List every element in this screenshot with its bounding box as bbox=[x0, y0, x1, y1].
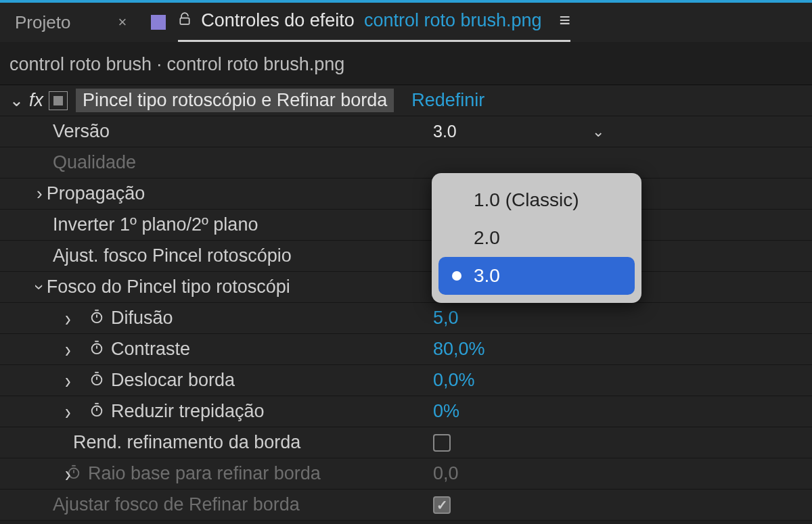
row-difusao: Difusão 5,0 bbox=[0, 303, 812, 334]
ajustar-checkbox bbox=[433, 496, 451, 514]
row-raio: Raio base para refinar borda 0,0 bbox=[0, 458, 812, 490]
raio-label: Raio base para refinar borda bbox=[66, 463, 442, 484]
tab-projeto-label: Projeto bbox=[15, 12, 70, 33]
row-contraste: Contraste 80,0% bbox=[0, 334, 812, 365]
row-fosco-group[interactable]: › Fosco do Pincel tipo rotoscópi bbox=[0, 272, 812, 303]
row-qualidade: Qualidade bbox=[0, 147, 812, 178]
tab-title-prefix: Controles do efeito bbox=[201, 10, 355, 31]
ajustar-label: Ajustar fosco de Refinar borda bbox=[53, 494, 428, 515]
row-versao: Versão 3.0 ⌄ bbox=[0, 116, 812, 147]
stopwatch-icon[interactable] bbox=[89, 339, 104, 360]
rend-label: Rend. refinamento da borda bbox=[73, 432, 428, 453]
chevron-right-icon: › bbox=[37, 183, 43, 204]
reduzir-text: Reduzir trepidação bbox=[111, 401, 265, 422]
versao-current-value: 3.0 bbox=[433, 122, 457, 141]
versao-option-2[interactable]: 3.0 bbox=[438, 257, 635, 295]
raio-text: Raio base para refinar borda bbox=[88, 463, 321, 484]
contraste-label: Contraste bbox=[89, 339, 465, 360]
versao-dropdown-popup: 1.0 (Classic) 2.0 3.0 bbox=[432, 173, 641, 303]
deslocar-value[interactable]: 0,0% bbox=[433, 370, 475, 391]
panel-menu-icon[interactable]: ≡ bbox=[560, 9, 570, 31]
effect-header: ⌄ fx Pincel tipo rotoscópio e Refinar bo… bbox=[0, 85, 812, 116]
versao-label: Versão bbox=[53, 121, 428, 142]
stopwatch-icon[interactable] bbox=[89, 370, 104, 391]
fosco-group-label: Fosco do Pincel tipo rotoscópi bbox=[47, 277, 290, 297]
fx-badge[interactable]: fx bbox=[29, 90, 43, 111]
versao-option-1[interactable]: 2.0 bbox=[438, 219, 635, 257]
row-rend: Rend. refinamento da borda bbox=[0, 427, 812, 458]
deslocar-text: Deslocar borda bbox=[111, 370, 235, 391]
chevron-down-icon: ⌄ bbox=[592, 123, 604, 141]
raio-value: 0,0 bbox=[433, 463, 459, 484]
reduzir-label: Reduzir trepidação bbox=[89, 401, 465, 422]
breadcrumb: control roto brush · control roto brush.… bbox=[0, 42, 812, 85]
rend-checkbox[interactable] bbox=[433, 434, 451, 452]
contraste-value[interactable]: 80,0% bbox=[433, 339, 485, 360]
svg-point-4 bbox=[92, 406, 102, 416]
difusao-label: Difusão bbox=[89, 308, 465, 329]
versao-option-0[interactable]: 1.0 (Classic) bbox=[438, 181, 635, 219]
lock-icon bbox=[178, 11, 191, 30]
panel-tabs: Projeto × Controles do efeito control ro… bbox=[0, 3, 812, 42]
inverter-label: Inverter 1º plano/2º plano bbox=[53, 214, 428, 235]
row-ajust-fosco: Ajust. fosco Pincel rotoscópio bbox=[0, 241, 812, 272]
svg-point-3 bbox=[92, 375, 102, 385]
svg-rect-0 bbox=[181, 18, 189, 24]
stopwatch-icon bbox=[66, 463, 81, 484]
versao-dropdown[interactable]: 3.0 ⌄ bbox=[433, 122, 604, 141]
chevron-down-icon: › bbox=[29, 284, 50, 290]
close-icon[interactable]: × bbox=[118, 14, 127, 31]
ajust-fosco-label: Ajust. fosco Pincel rotoscópio bbox=[53, 245, 428, 266]
propagacao-label: Propagação bbox=[47, 183, 145, 204]
difusao-value[interactable]: 5,0 bbox=[433, 308, 459, 329]
stopwatch-icon[interactable] bbox=[89, 401, 104, 422]
tab-effect-controls[interactable]: Controles do efeito control roto brush.p… bbox=[178, 3, 570, 42]
reset-link[interactable]: Redefinir bbox=[411, 90, 484, 111]
row-inverter: Inverter 1º plano/2º plano bbox=[0, 210, 812, 241]
qualidade-label: Qualidade bbox=[53, 152, 428, 173]
contraste-text: Contraste bbox=[111, 339, 190, 360]
deslocar-label: Deslocar borda bbox=[89, 370, 465, 391]
row-ajustar: Ajustar fosco de Refinar borda bbox=[0, 490, 812, 521]
effect-name[interactable]: Pincel tipo rotoscópio e Refinar borda bbox=[76, 89, 394, 112]
reduzir-value[interactable]: 0% bbox=[433, 401, 459, 422]
row-deslocar: Deslocar borda 0,0% bbox=[0, 365, 812, 396]
stopwatch-icon[interactable] bbox=[89, 308, 104, 329]
row-reduzir: Reduzir trepidação 0% bbox=[0, 396, 812, 427]
color-swatch-icon[interactable] bbox=[151, 15, 166, 30]
tab-title-file: control roto brush.png bbox=[364, 10, 542, 31]
row-propagacao[interactable]: › Propagação bbox=[0, 178, 812, 210]
difusao-text: Difusão bbox=[111, 308, 173, 329]
svg-point-2 bbox=[92, 344, 102, 354]
effect-panel: ⌄ fx Pincel tipo rotoscópio e Refinar bo… bbox=[0, 85, 812, 521]
collapse-effect-icon[interactable]: ⌄ bbox=[9, 91, 24, 110]
svg-point-5 bbox=[69, 469, 79, 479]
effect-visibility-icon[interactable] bbox=[49, 91, 68, 110]
tab-projeto[interactable]: Projeto × bbox=[15, 12, 127, 33]
